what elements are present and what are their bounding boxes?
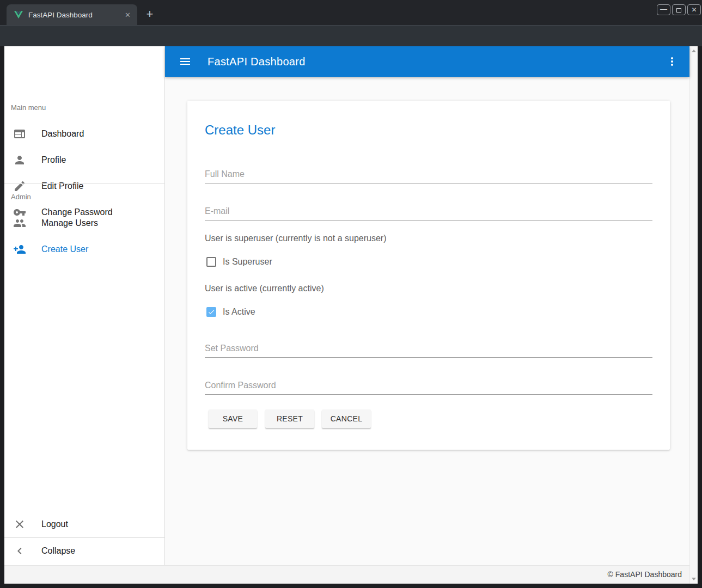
vertical-scrollbar[interactable] [689,46,698,584]
kebab-menu-icon[interactable] [666,55,679,70]
is-superuser-checkbox[interactable]: Is Superuser [206,256,272,268]
browser-toolbar: localhost/main/admin/users/create [0,25,702,46]
pencil-icon [13,180,26,193]
hamburger-menu-icon[interactable] [179,55,192,70]
group-icon [13,217,26,230]
sidebar-divider [4,183,165,184]
tab-close-icon[interactable]: ✕ [124,11,132,19]
sidebar-item-label: Logout [41,519,68,529]
browser-window: FastAPI Dashboard ✕ + — ✕ localhost/main… [0,0,702,588]
page-footer: © FastAPI Dashboard [4,565,689,584]
copyright-text: © FastAPI Dashboard [608,566,682,584]
maximize-icon [676,8,681,13]
sidebar-item-manage-users[interactable]: Manage Users [4,210,165,236]
confirm-password-field[interactable] [205,376,652,395]
page-title: Create User [205,122,275,138]
tab-title: FastAPI Dashboard [28,11,124,19]
checkbox-label: Is Superuser [223,257,272,267]
app-title: FastAPI Dashboard [207,46,306,77]
cancel-button[interactable]: CANCEL [322,409,371,428]
window-close-icon: ✕ [688,5,700,15]
sidebar-item-logout[interactable]: Logout [4,511,165,537]
sidebar-item-create-user[interactable]: Create User [4,236,165,262]
scroll-down-arrow-icon[interactable] [692,578,696,580]
sidebar-item-dashboard[interactable]: Dashboard [4,121,165,147]
reset-button[interactable]: RESET [265,409,314,428]
sidebar-item-label: Profile [41,155,66,165]
sidebar-section-main-menu: Main menu [11,103,46,112]
minimize-button[interactable]: — [657,4,670,15]
full-name-field[interactable] [205,165,652,183]
checkbox-unchecked-icon [206,257,216,267]
person-icon [13,154,26,167]
maximize-button[interactable] [672,4,686,15]
sidebar-item-label: Dashboard [41,129,84,139]
browser-tab[interactable]: FastAPI Dashboard ✕ [7,4,137,25]
sidebar-section-admin: Admin [11,193,31,201]
sidebar-item-collapse[interactable]: Collapse [4,538,165,564]
close-x-icon [13,518,26,531]
dashboard-icon [13,127,26,140]
sidebar-item-label: Edit Profile [41,181,83,191]
create-user-card: Create User User is superuser (currently… [187,101,670,450]
tab-strip: FastAPI Dashboard ✕ + — ✕ [0,0,702,25]
page-viewport: Main menu Dashboard Profile Edit Profile [4,46,698,584]
sidebar: Main menu Dashboard Profile Edit Profile [4,46,165,565]
checkbox-checked-icon [206,307,216,317]
email-field[interactable] [205,202,652,220]
scroll-up-arrow-icon[interactable] [692,50,696,52]
person-add-icon [13,243,26,256]
vue-logo-icon [14,10,23,19]
is-active-checkbox[interactable]: Is Active [206,306,255,318]
chevron-left-icon [13,544,26,558]
sidebar-item-label: Collapse [41,546,75,556]
sidebar-item-label: Create User [41,244,88,254]
new-tab-button[interactable]: + [142,7,158,23]
save-button[interactable]: SAVE [209,409,257,428]
checkbox-label: Is Active [223,307,255,317]
set-password-field[interactable] [205,339,652,358]
sidebar-item-label: Manage Users [41,218,98,228]
app-bar: FastAPI Dashboard [165,46,689,77]
active-note: User is active (currently active) [205,284,324,293]
superuser-note: User is superuser (currently is not a su… [205,234,386,243]
sidebar-item-profile[interactable]: Profile [4,147,165,173]
minimize-icon: — [657,5,670,14]
window-close-button[interactable]: ✕ [687,4,701,15]
